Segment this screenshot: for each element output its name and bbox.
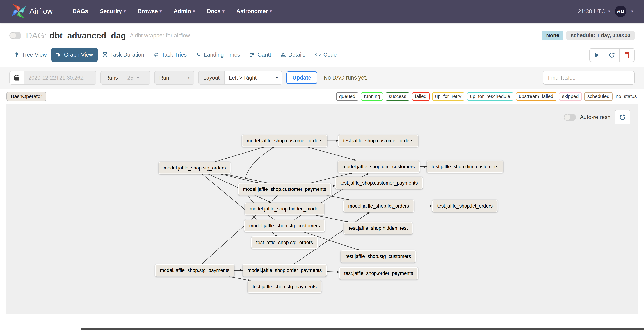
graph-node-t_dim_customers[interactable]: test.jaffle_shop.dim_customers <box>427 161 503 173</box>
no-dag-runs-message: No DAG runs yet. <box>324 74 367 81</box>
status-legend-upstream_failed[interactable]: upstream_failed <box>516 92 556 101</box>
chevron-down-icon: ▾ <box>276 75 278 80</box>
hourglass-icon <box>102 52 108 57</box>
layout-select-group: Layout Left > Right▾ <box>198 71 282 85</box>
chevron-down-icon: ▾ <box>160 9 162 14</box>
user-avatar[interactable]: AU <box>615 5 626 17</box>
tab-task-duration[interactable]: Task Duration <box>98 48 149 62</box>
nav-item-docs[interactable]: Docs▾ <box>207 8 224 14</box>
status-legend-scheduled[interactable]: scheduled <box>584 92 612 101</box>
play-icon <box>594 52 600 58</box>
airflow-pinwheel-logo <box>10 3 27 19</box>
runs-label: Runs <box>101 71 123 84</box>
toggle-knob <box>564 114 570 120</box>
run-filter-bar: Runs 25▾ Run ▾ Layout Left > Right▾ Upda… <box>0 67 644 89</box>
status-legend-failed[interactable]: failed <box>412 92 430 101</box>
legend-bar: BashOperator queuedrunningsuccessfailedu… <box>0 89 644 104</box>
status-legend: queuedrunningsuccessfailedup_for_retryup… <box>336 92 638 101</box>
update-button[interactable]: Update <box>286 71 317 84</box>
tab-task-tries[interactable]: Task Tries <box>149 48 192 62</box>
graph-node-t_fct_orders[interactable]: test.jaffle_shop.fct_orders <box>432 200 498 212</box>
schedule-badge[interactable]: schedule: 1 day, 0:00:00 <box>566 31 635 40</box>
execution-date-input[interactable] <box>24 71 96 84</box>
tab-tree-view[interactable]: Tree View <box>9 48 52 62</box>
status-legend-skipped[interactable]: skipped <box>559 92 582 101</box>
dag-edge-m_stg_orders-to-m_customer_orders <box>215 147 264 162</box>
dag-action-buttons <box>589 48 635 62</box>
graph-icon <box>56 52 62 57</box>
graph-node-m_order_payments[interactable]: model.jaffle_shop.order_payments <box>242 264 327 277</box>
status-legend-queued[interactable]: queued <box>336 92 358 101</box>
graph-node-t_hidden_test[interactable]: test.jaffle_shop.hidden_test <box>344 222 412 234</box>
layout-select[interactable]: Left > Right▾ <box>224 71 282 84</box>
dag-edge-m_order_payments-to-t_order_payments <box>327 272 339 272</box>
status-legend-running[interactable]: running <box>361 92 383 101</box>
tab-code[interactable]: Code <box>310 48 342 62</box>
clock-dropdown[interactable]: 21:30 UTC▾ <box>578 8 610 15</box>
dag-graph-panel: Auto-refresh model.jaffle_shop.stg_order… <box>6 104 638 314</box>
navbar-right: 21:30 UTC▾ AU ▾ <box>578 5 633 17</box>
refresh-dag-button[interactable] <box>604 48 620 62</box>
status-legend-no-status[interactable]: no_status <box>615 93 638 100</box>
nav-menu: DAGs Security▾ Browse▾ Admin▾ Docs▾ Astr… <box>73 8 272 14</box>
dag-edge-m_customer_orders-to-m_dim_customers <box>307 147 356 161</box>
runs-select-group: Runs 25▾ <box>100 71 150 85</box>
tab-gantt[interactable]: Gantt <box>245 48 276 62</box>
nav-item-security[interactable]: Security▾ <box>100 8 126 14</box>
graph-node-m_stg_customers[interactable]: model.jaffle_shop.stg_customers <box>244 220 325 232</box>
auto-refresh-label: Auto-refresh <box>580 114 610 121</box>
dag-pause-toggle[interactable] <box>9 32 21 39</box>
graph-node-m_customer_payments[interactable]: model.jaffle_shop.customer_payments <box>238 183 331 195</box>
nav-item-admin[interactable]: Admin▾ <box>174 8 195 14</box>
graph-node-m_fct_orders[interactable]: model.jaffle_shop.fct_orders <box>344 200 414 212</box>
dag-name: dbt_advanced_dag <box>50 30 126 40</box>
chevron-down-icon: ▾ <box>608 9 610 14</box>
auto-refresh-toggle[interactable] <box>564 114 576 121</box>
chevron-down-icon: ▾ <box>193 9 195 14</box>
graph-node-t_stg_payments[interactable]: test.jaffle_shop.stg_payments <box>248 281 322 293</box>
operator-legend-bashoperator: BashOperator <box>6 92 46 101</box>
runs-count-select[interactable]: 25▾ <box>123 71 150 84</box>
graph-refresh-button[interactable] <box>614 110 630 124</box>
chevron-down-icon: ▾ <box>124 9 126 14</box>
chevron-down-icon[interactable]: ▾ <box>631 9 633 14</box>
status-legend-up_for_retry[interactable]: up_for_retry <box>432 92 464 101</box>
delete-dag-button[interactable] <box>620 48 635 62</box>
nav-item-browse[interactable]: Browse▾ <box>138 8 162 14</box>
tab-graph-view[interactable]: Graph View <box>52 48 98 62</box>
tab-landing-times[interactable]: Landing Times <box>191 48 245 62</box>
nav-item-astronomer[interactable]: Astronomer▾ <box>236 8 272 14</box>
brand-name: Airflow <box>30 7 53 16</box>
graph-node-t_customer_payments[interactable]: test.jaffle_shop.customer_payments <box>335 177 423 189</box>
code-icon <box>315 52 321 57</box>
horizontal-scrollbar[interactable] <box>80 329 644 330</box>
graph-node-m_customer_orders[interactable]: model.jaffle_shop.customer_orders <box>242 135 327 147</box>
status-legend-success[interactable]: success <box>386 92 410 101</box>
layout-label: Layout <box>199 71 224 84</box>
run-select[interactable]: ▾ <box>174 71 194 84</box>
graph-node-m_dim_customers[interactable]: model.jaffle_shop.dim_customers <box>338 161 420 173</box>
graph-node-m_hidden_model[interactable]: model.jaffle_shop.hidden_model <box>245 203 324 215</box>
status-legend-up_for_reschedule[interactable]: up_for_reschedule <box>467 92 513 101</box>
dag-edge-m_stg_payments-to-t_stg_payments <box>229 277 250 281</box>
trigger-dag-button[interactable] <box>589 48 604 62</box>
airflow-brand[interactable]: Airflow <box>10 3 53 19</box>
nav-item-dags[interactable]: DAGs <box>73 8 88 14</box>
pin-icon <box>14 52 20 57</box>
graph-node-m_stg_payments[interactable]: model.jaffle_shop.stg_payments <box>155 264 234 277</box>
calendar-icon <box>14 75 20 81</box>
graph-node-t_stg_orders[interactable]: test.jaffle_shop.stg_orders <box>251 236 318 249</box>
graph-node-t_stg_customers[interactable]: test.jaffle_shop.stg_customers <box>341 250 416 263</box>
graph-node-t_order_payments[interactable]: test.jaffle_shop.order_payments <box>339 267 418 280</box>
chevron-down-icon: ▾ <box>137 75 139 80</box>
refresh-icon <box>619 114 626 121</box>
calendar-button[interactable] <box>10 71 24 84</box>
toggle-knob <box>10 32 16 39</box>
repeat-icon <box>154 52 159 57</box>
plane-landing-icon <box>196 52 201 57</box>
find-task-input[interactable] <box>543 71 635 85</box>
tab-details[interactable]: Details <box>276 48 310 62</box>
graph-node-m_stg_orders[interactable]: model.jaffle_shop.stg_orders <box>159 162 231 174</box>
graph-node-t_customer_orders[interactable]: test.jaffle_shop.customer_orders <box>338 135 418 147</box>
dag-description: A dbt wrapper for airflow <box>130 32 190 39</box>
